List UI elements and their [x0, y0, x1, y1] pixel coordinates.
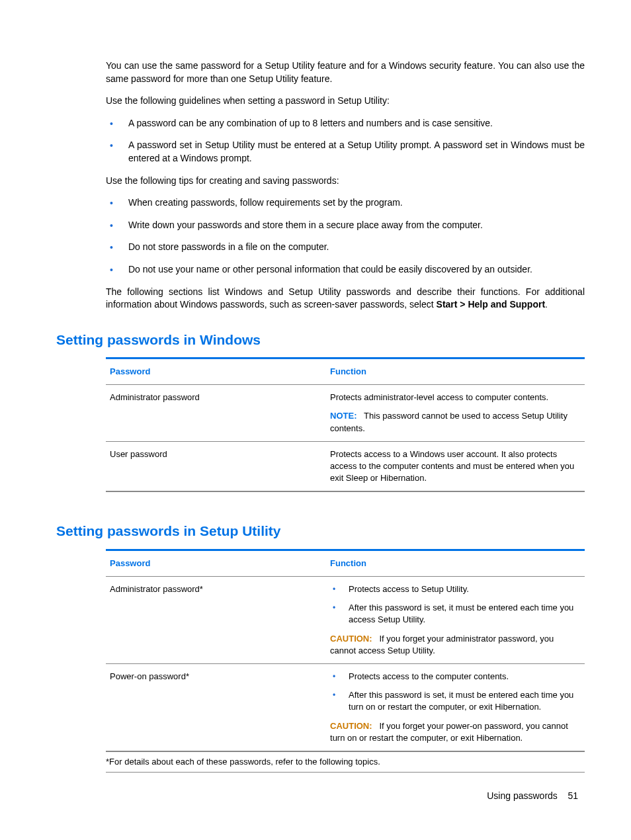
cell-password: User password — [106, 441, 326, 491]
cell-password: Administrator password — [106, 385, 326, 442]
note-label: NOTE: — [330, 411, 357, 421]
section-heading-windows: Setting passwords in Windows — [56, 330, 585, 349]
cell-password: Administrator password* — [106, 577, 326, 664]
section-heading-setup-utility: Setting passwords in Setup Utility — [56, 521, 585, 540]
list-item: Protects access to Setup Utility. — [330, 583, 581, 595]
table-row: Power-on password* Protects access to th… — [106, 663, 585, 751]
table-header-function: Function — [326, 358, 585, 385]
intro-paragraph-2: Use the following guidelines when settin… — [106, 95, 585, 108]
tips-list: When creating passwords, follow requirem… — [106, 196, 585, 276]
list-item: When creating passwords, follow requirem… — [106, 196, 585, 210]
list-item: A password can be any combination of up … — [106, 117, 585, 130]
cell-password: Power-on password* — [106, 663, 326, 751]
table-header-function: Function — [326, 550, 585, 576]
caution-label: CAUTION: — [330, 721, 372, 731]
caution-label: CAUTION: — [330, 634, 372, 644]
windows-passwords-table: Password Function Administrator password… — [106, 357, 585, 492]
table-row: Administrator password Protects administ… — [106, 385, 585, 442]
tips-intro: Use the following tips for creating and … — [106, 175, 585, 188]
list-item: Do not store passwords in a file on the … — [106, 241, 585, 254]
cell-function: Protects access to the computer contents… — [326, 663, 585, 751]
after-tips-paragraph: The following sections list Windows and … — [106, 286, 585, 312]
list-item: After this password is set, it must be e… — [330, 602, 581, 626]
list-item: A password set in Setup Utility must be … — [106, 139, 585, 165]
cell-function: Protects administrator-level access to c… — [326, 385, 585, 442]
cell-function: Protects access to Setup Utility. After … — [326, 577, 585, 664]
cell-function: Protects access to a Windows user accoun… — [326, 441, 585, 491]
list-item: Do not use your name or other personal i… — [106, 263, 585, 276]
table-header-password: Password — [106, 358, 326, 385]
table-row: Administrator password* Protects access … — [106, 577, 585, 664]
table-footnote: *For details about each of these passwor… — [106, 752, 585, 773]
guidelines-list: A password can be any combination of up … — [106, 117, 585, 165]
intro-paragraph-1: You can use the same password for a Setu… — [106, 60, 585, 85]
table-header-password: Password — [106, 550, 326, 576]
page-footer: Using passwords 51 — [487, 790, 578, 803]
setup-utility-passwords-table: Password Function Administrator password… — [106, 549, 585, 752]
list-item: Write down your passwords and store them… — [106, 219, 585, 232]
list-item: Protects access to the computer contents… — [330, 671, 581, 683]
list-item: After this password is set, it must be e… — [330, 689, 581, 713]
table-row: User password Protects access to a Windo… — [106, 441, 585, 491]
